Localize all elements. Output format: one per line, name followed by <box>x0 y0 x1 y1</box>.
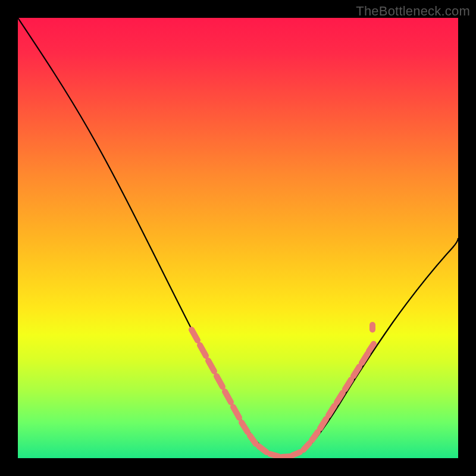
chart-svg <box>18 18 458 458</box>
highlight-dash <box>312 432 318 440</box>
highlight-dash <box>259 446 267 452</box>
highlight-dash <box>208 361 214 371</box>
highlight-dash <box>250 436 256 444</box>
highlight-dash <box>293 452 300 455</box>
right-highlight-group <box>303 325 374 450</box>
highlight-dash <box>217 376 223 387</box>
plot-area <box>18 18 458 458</box>
highlight-dash <box>369 344 374 351</box>
highlight-dash <box>242 422 248 432</box>
highlight-dash <box>233 407 239 418</box>
highlight-dash <box>270 454 278 456</box>
left-highlight-group <box>192 330 300 457</box>
highlight-dash <box>192 330 198 340</box>
watermark-text: TheBottleneck.com <box>356 4 470 19</box>
highlight-dash <box>200 345 206 356</box>
highlight-dash <box>282 456 290 457</box>
highlight-dash <box>225 392 231 402</box>
highlight-dash <box>303 443 309 450</box>
main-curve <box>18 18 458 457</box>
